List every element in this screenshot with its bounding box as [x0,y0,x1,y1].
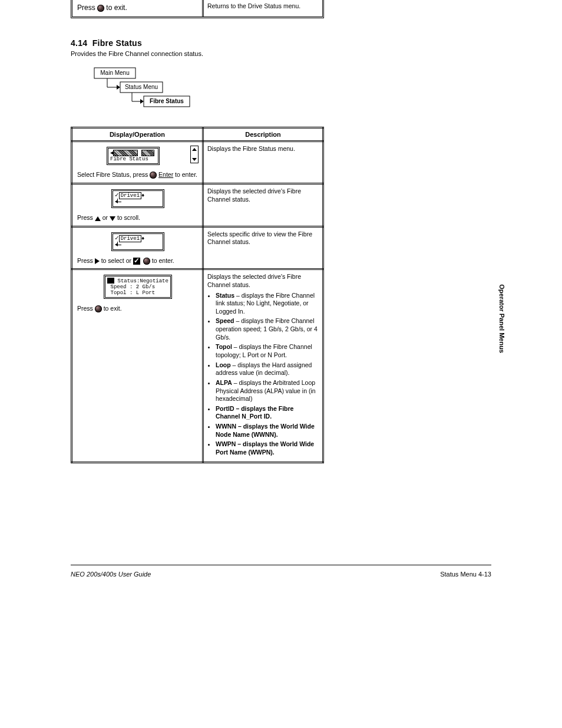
return-arrow-icon [107,278,114,284]
op-prefix: Press [77,214,95,221]
breadcrumb-fibre: Fibre Status [150,98,184,104]
field-label: Loop [216,361,231,368]
field-label: ALPA [216,379,232,386]
check-icon: ✓ [115,192,119,198]
op-suffix: to enter. [175,171,197,178]
op-suffix: to enter. [152,257,174,264]
lcd-line: Drive1 [119,235,141,242]
section-heading: 4.14 Fibre Status [71,38,324,48]
list-item: Status – displays the Fibre Channel link… [216,292,319,316]
enter-button-label: Enter [158,171,173,178]
footer-rule [71,565,491,565]
field-label: Topol [216,343,232,350]
op-prefix: Press [77,305,95,312]
right-arrow-icon [95,258,100,264]
table-row: ✓Drive1♦ Press or to scroll. [72,183,323,226]
list-item: Speed – displays the Fibre Channel opera… [216,317,319,341]
breadcrumb-main: Main Menu [100,70,129,76]
escape-button-icon [97,5,104,12]
op-suffix: to exit. [104,305,122,312]
side-tab: Operator Panel Menus [498,281,506,357]
return-arrow-icon [115,242,122,248]
field-label: Speed [216,317,234,324]
enter-button-icon [150,172,157,179]
breadcrumb: Main Menu Status Menu Fibre Status // pa… [84,67,324,120]
field-label: PortID [216,405,234,412]
description: Displays the Fibre Status menu. [207,145,295,152]
field-label: WWNN [216,423,236,430]
list-item: WWPN – displays the World Wide Port Name… [216,440,319,456]
section-subtext: Provides the Fibre Channel connection st… [71,50,324,57]
section-title: Fibre Status [92,38,142,48]
prev-page-last-row: Press to exit. Returns to the Drive Stat… [71,0,324,18]
status-fields-list: Status – displays the Fibre Channel link… [207,292,319,457]
footer-right: Status Menu 4-13 [440,571,491,578]
footer-left: NEO 200s/400s User Guide [71,571,151,578]
description: Displays the selected drive's Fibre Chan… [207,187,301,203]
op-prefix: Press [77,257,95,264]
lcd-line: Topol : L Port [110,290,155,296]
lcd-line: Speed : 2 Gb/s [110,284,155,290]
toprow-left-prefix: Press [77,4,97,12]
field-label: WWPN [216,440,236,447]
enter-button-icon [143,258,150,265]
op-mid: or [103,214,110,221]
toprow-left-suffix: to exit. [106,4,127,12]
lcd-line: Fibre Status [110,156,148,162]
list-item: Topol – displays the Fibre Channel topol… [216,343,319,359]
op-prefix: Select Fibre Status, press [77,171,150,178]
list-item: WWNN – displays the World Wide Node Name… [216,423,319,439]
description-lead: Displays the selected drive's Fibre Chan… [207,273,301,288]
table-row: ✓Drive1♦ Press to select or to enter. [72,226,323,269]
escape-button-icon [95,305,102,312]
return-arrow-icon [115,199,122,205]
op-suffix: to scroll. [117,214,140,221]
table-row: ◄ Fibre Status Select Fibre Status, pres… [72,141,323,184]
lcd-line: Status:Negotiate [117,278,168,284]
scroll-icon [190,146,199,163]
up-arrow-icon [95,216,101,221]
table-row: Status:Negotiate Speed : 2 Gb/s Topol : … [72,269,323,462]
list-item: PortID – displays the Fibre Channel N_Po… [216,405,319,421]
section-number: 4.14 [71,38,87,48]
field-label: Status [216,292,234,299]
svg-marker-3 [117,85,120,90]
col-header-left: Display/Operation [72,128,203,141]
list-item: ALPA – displays the Arbitrated Loop Phys… [216,379,319,403]
procedure-table: Display/Operation Description ◄ Fibre St… [71,127,324,463]
col-header-right: Description [203,128,323,141]
svg-marker-7 [140,99,144,104]
check-icon [133,258,140,265]
breadcrumb-status: Status Menu [125,84,158,90]
check-icon: ✓ [115,235,119,241]
toprow-right: Returns to the Drive Status menu. [207,2,300,9]
description: Selects specific drive to view the Fibre… [207,230,312,246]
down-arrow-icon [110,216,115,221]
list-item: Loop – displays the Hard assigned addres… [216,361,319,377]
op-mid: to select or [101,257,133,264]
lcd-line: Drive1 [119,192,141,199]
